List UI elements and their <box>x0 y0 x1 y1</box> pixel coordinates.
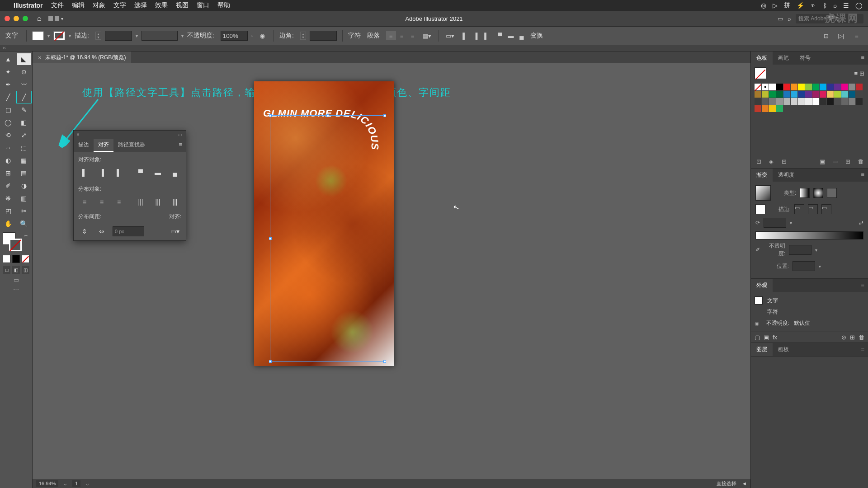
gradient-mode-icon[interactable] <box>12 255 20 263</box>
new-swatch-folder-icon[interactable]: ▭ <box>831 157 839 165</box>
line-tool[interactable]: ╱ <box>1 91 15 103</box>
swatch-color[interactable] <box>769 98 776 105</box>
delete-item-icon[interactable]: 🗑 <box>859 334 864 341</box>
canvas[interactable]: 使用【路径文字工具】点击路径，输入文案，设置合适的字体、颜色、字间距 <box>33 63 750 479</box>
dist-top-button[interactable]: ≡ <box>78 197 91 207</box>
none-mode-icon[interactable] <box>22 255 29 263</box>
swatch-color[interactable] <box>755 91 761 98</box>
swatch-color[interactable] <box>769 105 776 112</box>
color-mode-icon[interactable] <box>3 255 10 263</box>
brush-definition-input[interactable] <box>142 31 178 41</box>
app-name[interactable]: Illustrator <box>14 2 43 9</box>
corner-input[interactable] <box>310 31 337 41</box>
corner-stepper[interactable]: ▲▼ <box>300 32 306 40</box>
current-fill-stroke-icon[interactable] <box>755 67 766 79</box>
gradient-menu-icon[interactable]: ≡ <box>857 169 868 182</box>
opacity-input[interactable] <box>221 31 248 41</box>
fill-dropdown-icon[interactable]: ▾ <box>47 33 50 38</box>
panel-collapse-icon[interactable]: ‹‹ <box>178 132 183 137</box>
play-icon[interactable]: ▷ <box>773 2 778 9</box>
swatches-tab[interactable]: 色板 <box>751 52 773 65</box>
gradient-fill-swatch[interactable] <box>755 204 765 214</box>
stroke-grad-across-icon[interactable]: ▭ <box>821 204 831 214</box>
swatch-color[interactable] <box>776 91 783 98</box>
swatch-color[interactable] <box>841 84 848 90</box>
slice-tool[interactable]: ✂ <box>17 205 31 217</box>
artboard-nav-field[interactable]: 1 <box>72 480 80 487</box>
perspective-grid-tool[interactable]: ▦ <box>17 155 31 166</box>
column-graph-tool[interactable]: ▥ <box>17 192 31 204</box>
menu-file[interactable]: 文件 <box>51 1 64 9</box>
stroke-grad-within-icon[interactable]: ▭ <box>794 204 804 214</box>
swatch-color[interactable] <box>820 98 826 105</box>
spacing-value-input[interactable] <box>113 226 144 236</box>
free-transform-tool[interactable]: ⬚ <box>17 142 31 154</box>
panel-menu-icon[interactable]: ≡ <box>851 30 863 42</box>
stop-position-input[interactable] <box>793 261 815 271</box>
rectangle-tool[interactable]: ▢ <box>1 104 15 116</box>
close-window-icon[interactable] <box>5 16 10 21</box>
swatch-color[interactable] <box>755 98 761 105</box>
swap-fill-stroke-icon[interactable]: ⤺ <box>24 233 28 238</box>
swatch-color[interactable] <box>849 98 855 105</box>
arrange-documents-button[interactable]: ▾ <box>48 16 63 21</box>
bluetooth-icon[interactable]: ᛒ <box>823 2 827 9</box>
scroll-left-icon[interactable]: ◄ <box>742 481 747 486</box>
swatch-color[interactable] <box>841 91 848 98</box>
gradient-tool[interactable]: ▤ <box>17 167 31 179</box>
lasso-tool[interactable]: ⊙ <box>17 66 31 78</box>
magic-wand-tool[interactable]: ✦ <box>1 66 15 78</box>
screen-mode-icon[interactable]: ▭ <box>1 275 31 285</box>
curvature-tool[interactable]: 〰 <box>17 79 31 90</box>
search-icon[interactable]: ⌕ <box>833 2 837 9</box>
paragraph-panel-link[interactable]: 段落 <box>367 32 380 40</box>
type-tool-active[interactable]: ╱ <box>17 91 31 103</box>
add-effect-icon[interactable]: fx <box>773 334 777 341</box>
dist-vcenter-button[interactable]: ≡ <box>95 197 108 207</box>
swatch-libraries-icon[interactable]: ⊡ <box>755 157 763 165</box>
new-swatch-icon[interactable]: ⊞ <box>844 157 852 165</box>
swatch-color[interactable] <box>798 98 805 105</box>
search-help-input[interactable]: 搜索 Adobe 帮助 <box>796 14 863 23</box>
swatch-color[interactable] <box>812 91 819 98</box>
dist-hcenter-button[interactable]: ||| <box>151 197 164 207</box>
halign-left-icon[interactable]: ▌ <box>460 31 470 40</box>
minimize-window-icon[interactable] <box>14 16 19 21</box>
fill-swatch[interactable] <box>32 31 44 40</box>
swatch-kinds-icon[interactable]: ◈ <box>767 157 775 165</box>
paintbrush-tool[interactable]: ✎ <box>17 104 31 116</box>
pathfinder-tab[interactable]: 路径查找器 <box>113 139 150 152</box>
align-to-dropdown[interactable]: ▭▾ <box>169 226 181 237</box>
align-top-button[interactable]: ▀ <box>134 167 147 178</box>
workspace-switcher-icon[interactable]: ▭ <box>778 15 783 22</box>
swatch-color[interactable] <box>834 98 841 105</box>
clear-appearance-icon[interactable]: ⊘ <box>841 334 846 341</box>
symbol-sprayer-tool[interactable]: ❋ <box>1 192 15 204</box>
swatch-list-view-icon[interactable]: ≡ <box>854 70 858 77</box>
swatch-color[interactable] <box>762 98 769 105</box>
opacity-dropdown-icon[interactable]: › <box>251 33 253 38</box>
panel-menu-icon[interactable]: ≡ <box>175 139 186 152</box>
maximize-window-icon[interactable] <box>23 16 28 21</box>
duplicate-item-icon[interactable]: ⊞ <box>850 334 855 341</box>
recolor-artwork-icon[interactable]: ◉ <box>256 30 268 42</box>
width-tool[interactable]: ↔ <box>1 142 15 154</box>
menu-edit[interactable]: 编辑 <box>72 1 85 9</box>
new-color-group-icon[interactable]: ▣ <box>818 157 826 165</box>
warp-options-icon[interactable]: ▦▾ <box>421 30 433 42</box>
swatch-color[interactable] <box>820 91 826 98</box>
add-new-fill-icon[interactable]: ▣ <box>764 334 769 341</box>
draw-behind-icon[interactable]: ◧ <box>12 266 20 274</box>
swatch-color[interactable] <box>791 84 797 90</box>
stroke-tab[interactable]: 描边 <box>74 139 94 152</box>
toolbox-stroke-swatch[interactable] <box>9 239 22 251</box>
valign-middle-icon[interactable]: ▬ <box>506 31 516 40</box>
delete-swatch-icon[interactable]: 🗑 <box>856 157 864 165</box>
mesh-tool[interactable]: ⊞ <box>1 167 15 179</box>
menu-view[interactable]: 视图 <box>176 1 189 9</box>
swatch-color[interactable] <box>849 91 855 98</box>
swatch-color[interactable] <box>798 91 805 98</box>
eraser-tool[interactable]: ◧ <box>17 117 31 128</box>
align-left-icon[interactable]: ≡ <box>386 31 396 40</box>
swatch-color[interactable] <box>856 98 863 105</box>
